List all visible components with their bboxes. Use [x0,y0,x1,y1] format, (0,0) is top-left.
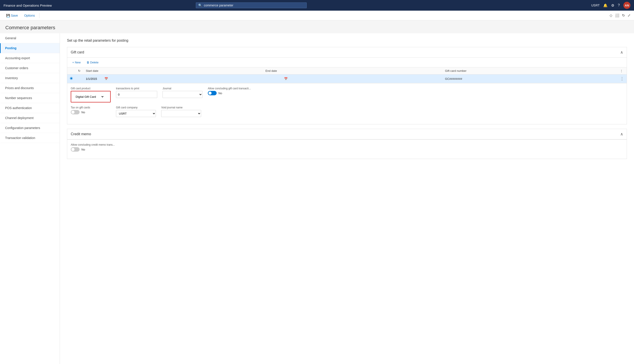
options-button[interactable]: Options [22,12,38,18]
gift-card-company-select[interactable]: USRT [116,110,156,117]
journal-field: Journal [162,87,202,102]
gift-card-grid: ↻ Start date End date Gift card number ⋮ [67,68,627,83]
main-content: Set up the retail parameters for posting… [60,33,634,364]
sidebar-item-posting[interactable]: Posting [0,43,60,53]
sidebar-item-prices-discounts[interactable]: Prices and discounts [0,83,60,93]
col-gc-number: Gift card number [442,68,617,74]
notifications-icon[interactable]: 🔔 [603,3,608,8]
col-refresh: ↻ [76,68,83,74]
left-nav: General Posting Accounting export Custom… [0,33,60,364]
section-subtitle: Set up the retail parameters for posting [67,38,627,42]
save-label: Save [11,14,18,17]
delete-icon: 🗑 [86,61,89,64]
allow-concluding-label: Allow concluding gift card transacti... [208,87,251,90]
collapse-icon[interactable]: ∧ [620,50,623,55]
journal-label: Journal [162,87,202,90]
start-date-calendar-icon[interactable]: 📅 [104,77,108,80]
sidebar-item-inventory[interactable]: Inventory [0,73,60,83]
avatar[interactable]: AN [623,2,630,9]
gift-card-product-field: Gift card product Digital Gift Card Phys… [71,87,111,102]
gift-card-company-field: Gift card company USRT [116,106,156,117]
layout-icon[interactable]: ⬜ [615,13,619,18]
allow-concluding-field: Allow concluding gift card transacti... … [208,87,251,102]
sidebar-item-transaction-validation[interactable]: Transaction validation [0,133,60,143]
tax-on-gift-cards-field: Tax on gift cards No [71,106,111,117]
credit-memo-title: Credit memo [71,132,91,136]
credit-memo-panel: Credit memo ∧ Allow concluding credit me… [67,129,627,159]
top-bar-icons: USRT 🔔 ⚙ ? AN [591,2,630,9]
top-bar: Finance and Operations Preview 🔍 USRT 🔔 … [0,0,634,11]
diamond-icon[interactable]: ◇ [610,13,612,18]
end-date-calendar-icon[interactable]: 📅 [284,77,288,80]
credit-memo-toggle-value: No [82,148,85,151]
page-header: Commerce parameters [0,20,634,33]
table-row[interactable]: 📅 📅 GC######## [67,74,627,83]
start-date-input[interactable] [86,77,104,80]
search-icon: 🔍 [198,4,202,7]
search-box[interactable]: 🔍 [196,2,307,8]
form-row-1: Gift card product Digital Gift Card Phys… [71,87,623,102]
allow-concluding-toggle[interactable] [208,91,217,95]
cmd-right-icons: ◇ ⬜ ↻ ⤢ [610,13,630,18]
gift-card-product-highlight: Digital Gift Card Physical Gift Card [71,91,111,102]
gift-card-product-select[interactable]: Digital Gift Card Physical Gift Card [73,93,104,100]
row-radio[interactable] [70,77,73,80]
settings-icon[interactable]: ⚙ [611,3,614,8]
credit-memo-collapse-icon[interactable]: ∧ [620,132,623,136]
username-label: USRT [591,4,600,7]
tax-on-gift-cards-label: Tax on gift cards [71,106,111,109]
delete-label: Delete [90,61,99,64]
col-start-date: Start date [83,68,263,74]
new-label: New [75,61,81,64]
command-bar: 💾 Save Options ◇ ⬜ ↻ ⤢ [0,11,634,20]
void-journal-name-select[interactable] [161,110,201,117]
content-area: General Posting Accounting export Custom… [0,33,634,364]
sidebar-item-general[interactable]: General [0,33,60,43]
allow-concluding-slider [208,91,217,95]
transactions-to-print-input[interactable] [116,91,157,98]
gift-card-company-label: Gift card company [116,106,156,109]
credit-memo-toggle[interactable] [71,147,80,152]
credit-memo-slider [71,147,80,152]
gift-card-form: Gift card product Digital Gift Card Phys… [67,83,627,124]
tax-toggle[interactable] [71,110,80,114]
sidebar-item-channel-deployment[interactable]: Channel deployment [0,113,60,123]
add-icon: + [72,61,74,64]
expand-icon[interactable]: ⤢ [628,13,630,18]
col-radio [67,68,76,74]
search-input[interactable] [204,4,304,7]
help-icon[interactable]: ? [618,3,620,7]
col-end-date: End date [263,68,442,74]
void-journal-name-label: Void journal name [161,106,201,109]
credit-memo-header: Credit memo ∧ [67,129,627,140]
credit-memo-form: Allow concluding credit memo trans... No [67,140,627,159]
save-button[interactable]: 💾 Save [4,12,20,18]
gc-number-cell: GC######## [445,77,462,80]
journal-select[interactable] [162,91,202,98]
options-label: Options [24,14,35,17]
credit-memo-form-row: Allow concluding credit memo trans... No [71,143,623,152]
delete-button[interactable]: 🗑 Delete [84,60,101,66]
end-date-input[interactable] [266,77,283,80]
sidebar-item-accounting-export[interactable]: Accounting export [0,53,60,63]
transactions-to-print-field: transactions to print [116,87,157,102]
allow-concluding-credit-field: Allow concluding credit memo trans... No [71,143,115,152]
sidebar-item-customer-orders[interactable]: Customer orders [0,63,60,73]
app-title: Finance and Operations Preview [4,4,52,7]
gift-card-product-label: Gift card product [71,87,111,90]
page-title: Commerce parameters [5,25,629,30]
allow-concluding-credit-label: Allow concluding credit memo trans... [71,143,115,146]
sidebar-item-configuration-parameters[interactable]: Configuration parameters [0,123,60,133]
transactions-to-print-label: transactions to print [116,87,157,90]
gift-card-panel: Gift card ∧ + New 🗑 Delete [67,47,627,124]
refresh-icon[interactable]: ↻ [622,13,625,18]
gift-card-title: Gift card [71,50,84,54]
new-button[interactable]: + New [70,60,83,66]
tax-slider [71,110,80,114]
col-more: ⋮ [617,68,627,74]
row-more-button[interactable]: ⋮ [620,76,624,81]
void-journal-name-field: Void journal name [161,106,201,117]
sidebar-item-number-sequences[interactable]: Number sequences [0,93,60,103]
sidebar-item-pos-authentication[interactable]: POS authentication [0,103,60,113]
allow-concluding-value: No [218,92,222,95]
